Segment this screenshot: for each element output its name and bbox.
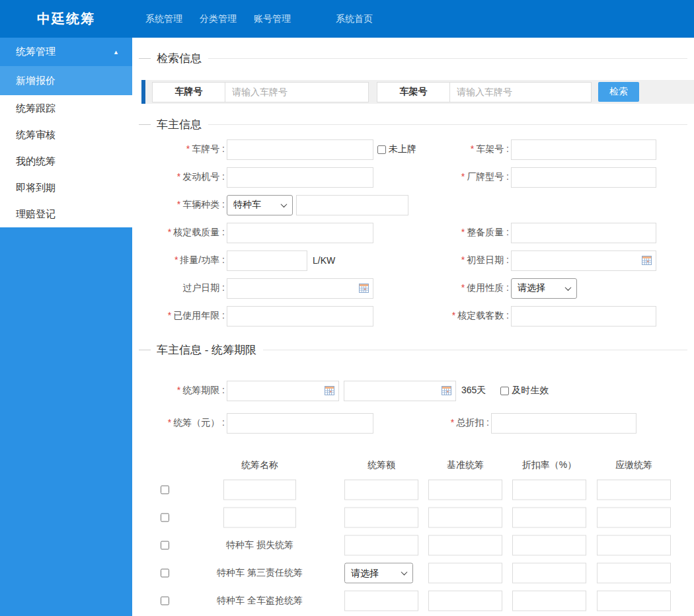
row-checkbox[interactable]: [161, 486, 169, 494]
amount-cell: [344, 480, 418, 500]
sidebar-item[interactable]: 即将到期: [0, 174, 132, 201]
calendar-icon[interactable]: [325, 386, 334, 395]
calendar-icon[interactable]: [359, 284, 369, 293]
first-reg-label: *初登日期 :: [381, 254, 509, 266]
row-checkbox[interactable]: [161, 541, 169, 550]
section-title-search-text: 检索信息: [157, 51, 202, 66]
amount-select[interactable]: 请选择: [344, 563, 413, 584]
nav-item-1[interactable]: 分类管理: [193, 0, 243, 38]
form-row-amount: *统筹（元） : *总折扣 :: [132, 409, 694, 437]
payable-input[interactable]: [597, 535, 671, 556]
vehicle-type-select[interactable]: 特种车: [227, 195, 293, 215]
period-end-date-input[interactable]: [344, 381, 456, 401]
payable-input[interactable]: [597, 563, 671, 584]
engine-label: *发动机号 :: [132, 171, 225, 183]
usage-select[interactable]: 请选择: [511, 278, 577, 299]
sidebar-group-tongchou-mgmt[interactable]: 统筹管理 ▲: [0, 38, 132, 66]
period-form: *统筹期限 : 365天 及时生效 *统筹（元） :: [132, 377, 694, 437]
vin-search-label: 车架号: [377, 83, 450, 102]
sidebar-item[interactable]: 理赔登记: [0, 201, 132, 227]
effective-checkbox-wrap[interactable]: 及时生效: [500, 385, 549, 397]
calendar-icon[interactable]: [442, 386, 451, 395]
years-input[interactable]: [227, 306, 373, 327]
tongchou-name-input[interactable]: [223, 480, 296, 500]
sidebar-item[interactable]: 统筹审核: [0, 122, 132, 148]
tongchou-name-cell: [210, 480, 309, 500]
amount-input[interactable]: [344, 591, 418, 611]
plate-search-group: 车牌号: [152, 82, 369, 102]
discount-rate-input-cell: [512, 563, 586, 584]
row-checkbox[interactable]: [161, 514, 169, 522]
form-row-transfer: *过户日期 : *使用性质 : 请选择: [132, 274, 694, 302]
amount-select-value: 请选择: [351, 567, 379, 579]
table-header-4: 应缴统筹: [597, 459, 671, 471]
load-input[interactable]: [227, 223, 373, 243]
discount-rate-input[interactable]: [512, 535, 586, 556]
amount-input[interactable]: [344, 508, 418, 528]
tongchou-name-input[interactable]: [223, 508, 296, 528]
table-header-0: 统筹名称: [210, 459, 309, 471]
sidebar-item[interactable]: 统筹跟踪: [0, 95, 132, 122]
engine-input[interactable]: [227, 167, 373, 188]
effective-checkbox[interactable]: [500, 387, 509, 395]
base-input[interactable]: [428, 591, 502, 611]
main-content: 检索信息 车牌号 车架号 检索 车主信息 *车牌号 : 未上牌 *车架号 :: [132, 38, 694, 616]
discount-label: *总折扣 :: [364, 417, 489, 429]
transfer-date-input[interactable]: [227, 278, 373, 299]
discount-rate-input[interactable]: [512, 480, 586, 500]
sidebar-item[interactable]: 新增报价: [0, 66, 132, 95]
plate-label: *车牌号 :: [132, 143, 225, 155]
base-input-cell: [428, 535, 502, 556]
payable-input[interactable]: [597, 591, 671, 611]
plate-search-input[interactable]: [225, 83, 368, 102]
amount-input[interactable]: [344, 480, 418, 500]
plate-search-label: 车牌号: [153, 83, 225, 102]
nav-item-2[interactable]: 账号管理: [247, 0, 297, 38]
base-input[interactable]: [428, 535, 502, 556]
discount-rate-input[interactable]: [512, 591, 586, 611]
payable-input[interactable]: [597, 508, 671, 528]
tongchou-table: 统筹名称统筹额基准统筹折扣率（%）应缴统筹 特种车 损失统筹特种车 第三责任统筹…: [132, 455, 694, 615]
curb-input[interactable]: [511, 223, 656, 243]
vin-label: *车架号 :: [381, 143, 509, 155]
power-input[interactable]: [227, 250, 307, 271]
amount-input[interactable]: [227, 413, 373, 434]
passengers-label: *核定载客数 :: [381, 310, 509, 322]
base-input-cell: [428, 563, 502, 584]
base-input[interactable]: [428, 563, 502, 584]
brand-input[interactable]: [511, 167, 656, 188]
table-body: 特种车 损失统筹特种车 第三责任统筹请选择特种车 全车盗抢统筹: [132, 476, 694, 615]
period-start-date-input[interactable]: [227, 381, 339, 401]
discount-rate-input[interactable]: [512, 563, 586, 584]
tongchou-name-label: 特种车 全车盗抢统筹: [210, 595, 309, 607]
payable-input-cell: [597, 508, 671, 528]
table-header-1: 统筹额: [344, 459, 418, 471]
passengers-input[interactable]: [511, 306, 656, 327]
vehicle-type-extra-input[interactable]: [296, 195, 408, 215]
discount-rate-input[interactable]: [512, 508, 586, 528]
period-days-label: 365天: [461, 385, 486, 397]
total-discount-input[interactable]: [491, 413, 636, 434]
form-row-engine: *发动机号 : *厂牌型号 :: [132, 163, 694, 191]
nav-item-3[interactable]: 系统首页: [329, 0, 379, 38]
base-input[interactable]: [428, 480, 502, 500]
base-input[interactable]: [428, 508, 502, 528]
amount-cell: 请选择: [344, 563, 418, 584]
calendar-icon[interactable]: [642, 256, 652, 265]
payable-input[interactable]: [597, 480, 671, 500]
discount-rate-input-cell: [512, 480, 586, 500]
plate-input[interactable]: [227, 139, 373, 160]
power-unit-label: L/KW: [313, 255, 335, 266]
row-checkbox[interactable]: [161, 569, 169, 578]
table-row: 特种车 第三责任统筹请选择: [132, 559, 694, 587]
nav-item-0[interactable]: 系统管理: [139, 0, 189, 38]
owner-form: *车牌号 : 未上牌 *车架号 : *发动机号 : *厂牌型号 : *车辆种类 …: [132, 135, 694, 330]
vin-search-input[interactable]: [450, 83, 591, 102]
amount-input[interactable]: [344, 535, 418, 556]
row-checkbox[interactable]: [161, 597, 169, 605]
sidebar-item[interactable]: 我的统筹: [0, 148, 132, 174]
search-button[interactable]: 检索: [598, 82, 639, 102]
discount-rate-input-cell: [512, 535, 586, 556]
vin-input[interactable]: [511, 139, 656, 160]
first-reg-date-input[interactable]: [511, 250, 656, 271]
